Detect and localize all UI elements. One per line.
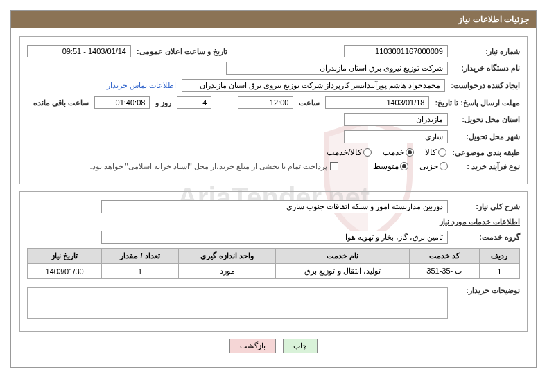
details-panel: جزئیات اطلاعات نیاز AriaTender.net شماره… bbox=[10, 10, 537, 368]
label-req-number: شماره نیاز: bbox=[451, 47, 520, 56]
field-buyer-notes bbox=[27, 287, 448, 319]
panel-body: AriaTender.net شماره نیاز: 1103001167000… bbox=[11, 28, 536, 367]
radio-goods-service-input[interactable] bbox=[363, 148, 372, 157]
radio-service-label: خدمت bbox=[383, 148, 404, 157]
label-city: شهر محل تحویل: bbox=[451, 132, 520, 141]
field-deadline-days: 4 bbox=[177, 96, 211, 109]
radio-goods-service[interactable]: کالا/خدمت bbox=[327, 148, 372, 157]
field-province: مازندران bbox=[344, 113, 448, 126]
field-deadline-time: 12:00 bbox=[238, 96, 293, 109]
table-row: 1 ت -35-351 تولید، انتقال و توزیع برق مو… bbox=[28, 264, 520, 279]
th-name: نام خدمت bbox=[276, 249, 410, 264]
radio-service-input[interactable] bbox=[406, 148, 414, 157]
row-buyer-org: نام دستگاه خریدار: شرکت توزیع نیروی برق … bbox=[27, 62, 520, 75]
td-name: تولید، انتقال و توزیع برق bbox=[276, 264, 410, 279]
row-requester: ایجاد کننده درخواست: محمدجواد هاشم پورآب… bbox=[27, 79, 520, 92]
payment-note: پرداخت تمام یا بخشی از مبلغ خرید،از محل … bbox=[89, 162, 327, 171]
row-general-desc: شرح کلی نیاز: دوربین مداربسته امور و شبک… bbox=[27, 200, 520, 213]
th-row: ردیف bbox=[479, 249, 519, 264]
th-date: تاریخ نیاز bbox=[28, 249, 102, 264]
field-deadline-duration: 01:40:08 bbox=[94, 96, 150, 109]
radio-partial[interactable]: جزیی bbox=[419, 161, 448, 171]
radio-medium[interactable]: متوسط bbox=[373, 161, 408, 171]
row-service-group: گروه خدمت: تامین برق، گاز، بخار و تهویه … bbox=[27, 231, 520, 244]
row-province: استان محل تحویل: مازندران bbox=[27, 113, 520, 126]
link-buyer-contact[interactable]: اطلاعات تماس خریدار bbox=[104, 81, 179, 90]
label-service-group: گروه خدمت: bbox=[451, 233, 520, 242]
top-section: شماره نیاز: 1103001167000009 تاریخ و ساع… bbox=[19, 36, 528, 184]
radio-medium-input[interactable] bbox=[400, 162, 408, 170]
label-purchase-type: نوع فرآیند خرید : bbox=[451, 162, 520, 171]
button-bar: چاپ بازگشت bbox=[19, 339, 528, 359]
checkbox-payment[interactable] bbox=[330, 162, 338, 170]
row-subject-class: طبقه بندی موضوعی: کالا خدمت کالا/خدمت bbox=[27, 148, 520, 157]
table-header-row: ردیف کد خدمت نام خدمت واحد اندازه گیری ت… bbox=[28, 249, 520, 264]
panel-title: جزئیات اطلاعات نیاز bbox=[11, 11, 536, 28]
label-general-desc: شرح کلی نیاز: bbox=[451, 202, 520, 211]
row-city: شهر محل تحویل: ساری bbox=[27, 130, 520, 143]
label-deadline-time: ساعت bbox=[296, 98, 322, 107]
radio-goods[interactable]: کالا bbox=[425, 148, 446, 157]
radio-partial-input[interactable] bbox=[440, 162, 448, 170]
label-days: روز و bbox=[153, 98, 174, 107]
radio-medium-label: متوسط bbox=[373, 161, 399, 171]
radio-goods-service-label: کالا/خدمت bbox=[327, 148, 362, 157]
td-code: ت -35-351 bbox=[409, 264, 479, 279]
field-service-group: تامین برق، گاز، بخار و تهویه هوا bbox=[101, 231, 448, 244]
radio-goods-input[interactable] bbox=[438, 148, 446, 157]
field-requester: محمدجواد هاشم پورآبندانسر کارپرداز شرکت … bbox=[182, 79, 445, 92]
service-info-title: اطلاعات خدمات مورد نیاز bbox=[437, 217, 520, 226]
label-deadline: مهلت ارسال پاسخ: تا تاریخ: bbox=[432, 98, 520, 107]
field-city: ساری bbox=[344, 130, 448, 143]
row-service-info-title: اطلاعات خدمات مورد نیاز bbox=[27, 217, 520, 226]
field-general-desc: دوربین مداربسته امور و شبکه اتفاقات جنوب… bbox=[101, 200, 448, 213]
label-remaining: ساعت باقی مانده bbox=[31, 98, 92, 107]
td-unit: مورد bbox=[178, 264, 275, 279]
service-table: ردیف کد خدمت نام خدمت واحد اندازه گیری ت… bbox=[27, 248, 520, 279]
print-button[interactable]: چاپ bbox=[283, 339, 318, 353]
row-deadline: مهلت ارسال پاسخ: تا تاریخ: 1403/01/18 سا… bbox=[27, 96, 520, 109]
radio-service[interactable]: خدمت bbox=[383, 148, 414, 157]
row-purchase-type: نوع فرآیند خرید : جزیی متوسط پرداخت تمام… bbox=[27, 161, 520, 171]
th-code: کد خدمت bbox=[409, 249, 479, 264]
row-buyer-notes: توضیحات خریدار: bbox=[27, 286, 520, 319]
label-buyer-org: نام دستگاه خریدار: bbox=[451, 64, 520, 73]
field-buyer-org: شرکت توزیع نیروی برق استان مازندران bbox=[226, 62, 448, 75]
th-unit: واحد اندازه گیری bbox=[178, 249, 275, 264]
label-province: استان محل تحویل: bbox=[451, 115, 520, 124]
label-requester: ایجاد کننده درخواست: bbox=[448, 81, 520, 90]
field-announce-date: 1403/01/14 - 09:51 bbox=[27, 45, 131, 57]
th-qty: تعداد / مقدار bbox=[102, 249, 179, 264]
row-req-number: شماره نیاز: 1103001167000009 تاریخ و ساع… bbox=[27, 45, 520, 57]
td-qty: 1 bbox=[102, 264, 179, 279]
td-date: 1403/01/30 bbox=[28, 264, 102, 279]
bottom-section: شرح کلی نیاز: دوربین مداربسته امور و شبک… bbox=[19, 191, 528, 332]
td-row: 1 bbox=[479, 264, 519, 279]
radio-goods-label: کالا bbox=[425, 148, 437, 157]
back-button[interactable]: بازگشت bbox=[229, 339, 276, 353]
label-subject-class: طبقه بندی موضوعی: bbox=[449, 148, 520, 157]
field-deadline-date: 1403/01/18 bbox=[325, 96, 429, 109]
field-req-number: 1103001167000009 bbox=[344, 45, 448, 57]
label-buyer-notes: توضیحات خریدار: bbox=[451, 286, 520, 295]
label-announce-date: تاریخ و ساعت اعلان عمومی: bbox=[134, 47, 230, 56]
radio-partial-label: جزیی bbox=[419, 161, 438, 171]
